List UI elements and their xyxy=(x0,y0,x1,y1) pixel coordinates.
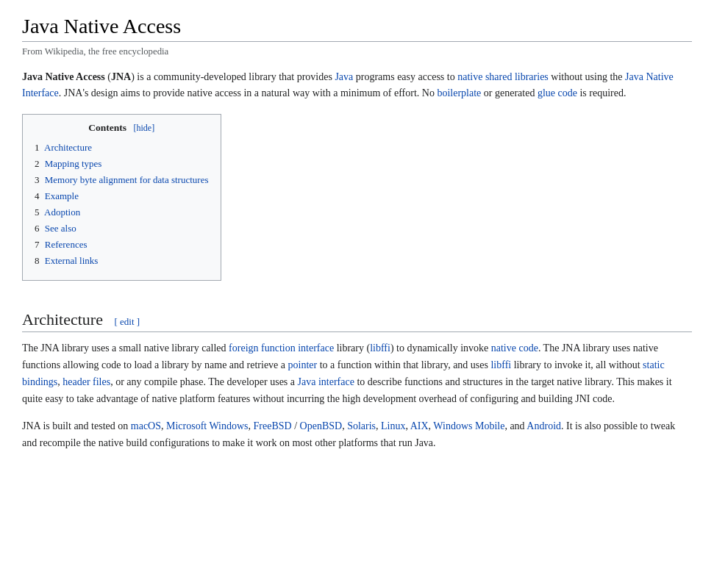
toc-item-link[interactable]: Memory byte alignment for data structure… xyxy=(45,174,209,185)
toc-item-link[interactable]: External links xyxy=(45,255,99,266)
toc-item-num: 2 xyxy=(35,158,40,169)
toc-item-num: 5 xyxy=(35,207,40,218)
toc-item-link[interactable]: Example xyxy=(45,190,79,201)
aix-link[interactable]: AIX xyxy=(410,420,429,431)
toc-title-text: Contents xyxy=(88,122,126,133)
arch-text-5: to a function within that library, and u… xyxy=(317,359,490,370)
macos-link[interactable]: macOS xyxy=(131,420,161,431)
glue-code-link[interactable]: glue code xyxy=(538,87,577,98)
toc-item-link[interactable]: Mapping types xyxy=(45,158,102,169)
openbsd-link[interactable]: OpenBSD xyxy=(300,420,343,431)
intro-text-5: or generated xyxy=(481,87,538,98)
freebsd-link[interactable]: FreeBSD xyxy=(254,420,292,431)
toc-list: 1 Architecture2 Mapping types3 Memory by… xyxy=(35,140,209,270)
windows-mobile-link[interactable]: Windows Mobile xyxy=(433,420,504,431)
intro-text-1: is a community-developed library that pr… xyxy=(135,71,335,82)
toc-item-num: 8 xyxy=(35,255,40,266)
boilerplate-link[interactable]: boilerplate xyxy=(437,87,481,98)
arch2-text-1: JNA is built and tested on xyxy=(22,420,131,431)
libffi-link[interactable]: libffi xyxy=(370,343,390,354)
architecture-heading-text: Architecture xyxy=(22,310,103,329)
architecture-para2: JNA is built and tested on macOS, Micros… xyxy=(22,417,692,451)
toc-item: 1 Architecture xyxy=(35,140,209,156)
libffi2-link[interactable]: libffi xyxy=(490,359,511,370)
pointer-link[interactable]: pointer xyxy=(288,359,318,370)
native-code-link[interactable]: native code xyxy=(491,343,538,354)
toc-hide-link[interactable]: [hide] xyxy=(133,123,154,133)
from-wikipedia: From Wikipedia, the free encyclopedia xyxy=(22,46,692,57)
toc-item: 2 Mapping types xyxy=(35,156,209,172)
ffi-link[interactable]: foreign function interface xyxy=(229,343,334,354)
arch2-comma1: , xyxy=(161,420,166,431)
toc-item-link[interactable]: Architecture xyxy=(44,142,92,153)
android-link[interactable]: Android xyxy=(526,420,561,431)
arch-text-3: ) to dynamically invoke xyxy=(390,343,491,354)
architecture-edit-link[interactable]: [ edit ] xyxy=(114,316,140,327)
arch2-slash: / xyxy=(292,420,300,431)
toc-item-link[interactable]: Adoption xyxy=(44,207,80,218)
toc-item: 8 External links xyxy=(35,253,209,269)
jna-abbreviation: JNA xyxy=(111,71,131,82)
linux-link[interactable]: Linux xyxy=(381,420,405,431)
toc-item: 4 Example xyxy=(35,188,209,204)
arch-text-6: library to invoke it, all without xyxy=(511,359,643,370)
toc-title: Contents [hide] xyxy=(35,122,209,134)
arch2-comma2: , xyxy=(249,420,254,431)
arch-text-2: library ( xyxy=(334,343,370,354)
toc-item-num: 6 xyxy=(35,223,40,234)
toc-item-num: 1 xyxy=(35,142,40,153)
arch-text-1: The JNA library uses a small native libr… xyxy=(22,343,229,354)
native-shared-libraries-link[interactable]: native shared libraries xyxy=(457,71,549,82)
arch2-comma7: , and xyxy=(504,420,526,431)
toc-item-num: 4 xyxy=(35,190,40,201)
intro-text-6: is required. xyxy=(577,87,626,98)
jna-bold-title: Java Native Access xyxy=(22,71,105,82)
intro-text-4: . JNA's design aims to provide native ac… xyxy=(59,87,438,98)
solaris-link[interactable]: Solaris xyxy=(347,420,376,431)
java-interface-link[interactable]: Java interface xyxy=(298,376,354,387)
architecture-para1: The JNA library uses a small native libr… xyxy=(22,340,692,407)
intro-paragraph: Java Native Access (JNA) is a community-… xyxy=(22,69,692,102)
arch-text-7: , or any compile phase. The developer us… xyxy=(110,376,297,387)
intro-text-2: programs easy access to xyxy=(353,71,457,82)
intro-text-3: without using the xyxy=(549,71,625,82)
toc-item: 5 Adoption xyxy=(35,204,209,220)
toc-item: 3 Memory byte alignment for data structu… xyxy=(35,172,209,188)
java-link[interactable]: Java xyxy=(335,71,353,82)
toc-item: 7 References xyxy=(35,237,209,253)
toc-item-num: 3 xyxy=(35,174,40,185)
toc-item: 6 See also xyxy=(35,220,209,237)
toc-item-link[interactable]: References xyxy=(45,239,88,250)
page-title: Java Native Access xyxy=(22,15,692,42)
toc-box: Contents [hide] 1 Architecture2 Mapping … xyxy=(22,114,221,281)
mswindows-link[interactable]: Microsoft Windows xyxy=(166,420,249,431)
header-files-link[interactable]: header files xyxy=(63,376,110,387)
architecture-heading: Architecture [ edit ] xyxy=(22,310,692,332)
toc-item-num: 7 xyxy=(35,239,40,250)
toc-item-link[interactable]: See also xyxy=(45,223,76,234)
arch2-comma4: , xyxy=(376,420,381,431)
